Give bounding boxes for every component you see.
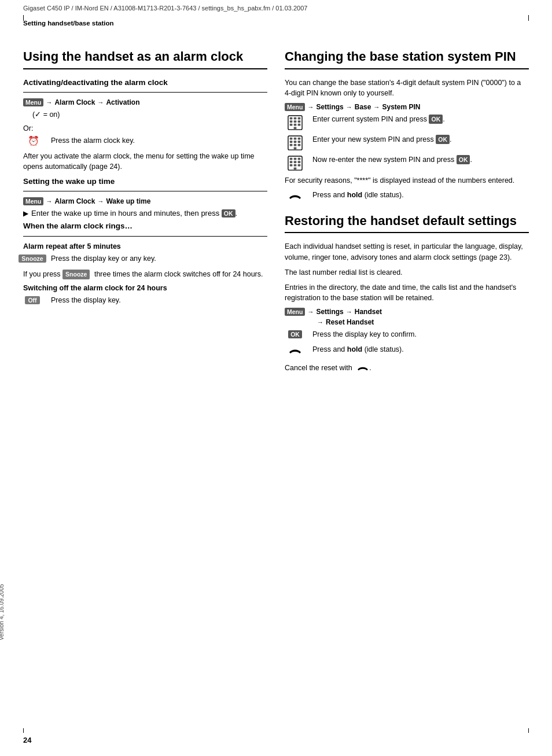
alarm-clock-icon: ⏰ [28,137,39,146]
svg-rect-8 [294,124,297,126]
sub-heading-1: Activating/deactivating the alarm clock [23,78,267,88]
menu-item-alarm-clock-2: Alarm Clock [54,197,95,205]
arrow-4: → [97,198,104,205]
end-call-icon [288,191,302,204]
restore-ok-row: OK Press the display key to confirm. [285,330,529,340]
arrow-1: → [46,99,52,106]
bullet-arrow-1: ▶ [23,209,28,217]
snooze-row: Snooze Press the display key or any key. [23,254,267,264]
restore-body3: Entries in the directory, the date and t… [285,282,529,303]
restore-hold-text: hold [347,345,362,353]
svg-rect-20 [298,144,301,146]
menu-item-wakeup: Wake up time [106,197,150,205]
arrow-2: → [97,99,104,106]
keypad-icon-2 [288,135,303,150]
snooze-badge: Snooze [19,255,46,263]
restore-endcall-text: Press and hold (idle status). [312,345,529,355]
wakeup-text: Enter the wake up time in hours and minu… [31,209,237,217]
svg-rect-4 [290,120,293,123]
top-mark-left [23,15,24,21]
pin-row1-text: Enter current system PIN and press OK. [312,115,529,125]
menu-line-1: Menu → Alarm Clock → Activation [23,98,267,106]
left-main-title: Using the handset as an alarm clock [23,49,267,65]
alarm-press-text: Press the alarm clock key. [51,136,267,146]
menu-item-reset-handset: Reset Handset [326,318,374,326]
menu-line-2: Menu → Alarm Clock → Wake up time [23,197,267,205]
ok-badge-wakeup: OK [222,209,235,217]
off-desc: Press the display key. [51,296,267,306]
svg-rect-26 [290,161,293,163]
svg-rect-16 [294,141,297,143]
check-line: (✓ = on) [23,110,267,119]
sub-heading-4: Alarm repeat after 5 minutes [23,242,267,250]
svg-rect-27 [294,161,297,163]
section-rule-3 [23,236,267,237]
svg-rect-2 [294,117,297,119]
menu-item-alarm-clock: Alarm Clock [54,98,95,106]
content-area: Using the handset as an alarm clock Acti… [0,37,552,401]
page-wrapper: Gigaset C450 IP / IM-Nord EN / A31008-M1… [0,0,552,756]
menu-item-settings: Settings [316,103,343,111]
right-main-title: Changing the base station system PIN [285,49,529,65]
svg-rect-31 [298,164,301,167]
svg-rect-28 [298,161,301,163]
keypad-icon-cell-3 [285,155,306,171]
check-text: (✓ = on) [32,110,60,119]
ok-badge-pin3: OK [457,155,470,165]
svg-rect-18 [290,144,293,146]
ok-badge-restore: OK [288,330,302,338]
svg-rect-6 [298,120,301,123]
off-row: Off Press the display key. [23,296,267,306]
svg-rect-25 [298,157,301,160]
menu-line-right: Menu → Settings → Base → System PIN [285,103,529,111]
svg-rect-1 [290,117,293,119]
snooze-body: If you press Snooze three times the alar… [23,269,267,279]
alarm-press-row: ⏰ Press the alarm clock key. [23,136,267,146]
svg-rect-24 [294,157,297,160]
off-badge-cell: Off [23,296,44,304]
svg-rect-15 [290,141,293,143]
svg-rect-10 [294,127,297,129]
restore-body1: Each individual handset setting is reset… [285,241,529,262]
snooze-desc: Press the display key or any key. [51,254,267,264]
restore-endcall-icon-cell [285,345,306,358]
section-label: Setting handset/base station [23,20,529,27]
side-text: Version 4, 16.09.2005 [0,584,5,640]
svg-rect-19 [294,144,297,146]
off-badge: Off [25,296,39,304]
svg-rect-14 [298,137,301,139]
menu-line-restore: Menu → Settings → Handset [285,308,529,316]
pin-row-3: Now re-enter the new system PIN and pres… [285,155,529,171]
ok-badge-pin1: OK [429,115,443,124]
svg-rect-3 [298,117,301,119]
ok-badge-restore-cell: OK [285,330,306,338]
snooze-badge-inline: Snooze [62,270,90,279]
menu-item-base: Base [355,103,371,111]
menu-line-restore2: → Reset Handset [285,318,529,326]
keypad-icon-3 [288,156,303,171]
restore-ok-text: Press the display key to confirm. [312,330,529,340]
svg-rect-13 [294,137,297,139]
menu-badge-2: Menu [23,197,43,205]
end-call-text: Press and hold (idle status). [312,190,529,201]
keypad-icon-cell-1 [285,115,306,130]
end-call-row: Press and hold (idle status). [285,190,529,204]
menu-badge-1: Menu [23,98,43,106]
heading-rule-restore [285,232,529,233]
top-mark-right [528,15,529,21]
ok-badge-pin2: OK [436,135,450,145]
sub-heading-2: Setting the wake up time [23,176,267,187]
section-rule-2 [23,191,267,191]
menu-item-settings-r: Settings [316,308,343,316]
or-label: Or: [23,123,267,134]
svg-rect-5 [294,120,297,123]
svg-rect-9 [298,124,301,126]
menu-badge-right: Menu [285,103,305,111]
pin-row-1: Enter current system PIN and press OK. [285,115,529,130]
svg-rect-32 [294,167,297,169]
keypad-icon-cell-2 [285,135,306,150]
svg-rect-29 [290,164,293,167]
keypad-icon-1 [288,115,303,130]
left-column: Using the handset as an alarm clock Acti… [23,49,267,378]
end-call-icon-cell [285,190,306,204]
